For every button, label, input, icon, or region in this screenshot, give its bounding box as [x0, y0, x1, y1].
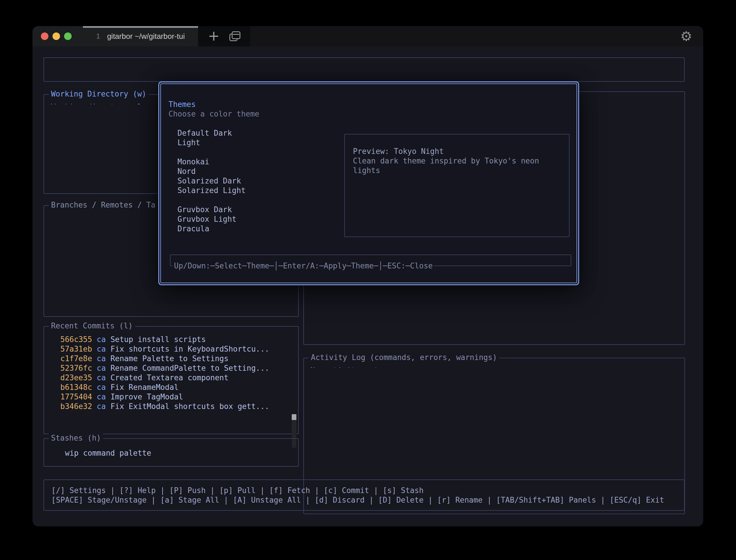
branches-title: Branches / Remotes / Ta	[49, 200, 158, 210]
commit-row[interactable]: c1f7e8ecaRename Palette to Settings	[44, 354, 298, 363]
commits-list: 566c355caSetup install scripts 57a31ebca…	[44, 327, 298, 411]
help-bar: [/] Settings | [?] Help | [P] Push | [p]…	[43, 479, 685, 511]
traffic-lights	[32, 26, 83, 46]
commit-message: Rename CommandPalette to Setting...	[106, 364, 269, 372]
spacer	[168, 119, 569, 128]
commit-message: Rename Palette to Settings	[106, 354, 228, 363]
commit-hash: 1775404	[60, 392, 92, 401]
new-tab-icon[interactable]: +	[208, 29, 219, 43]
recent-commits-panel[interactable]: Recent Commits (l) 566c355caSetup instal…	[43, 326, 299, 434]
help-line-1: [/] Settings | [?] Help | [P] Push | [p]…	[51, 486, 684, 495]
commit-row[interactable]: b61348ccaFix RenameModal	[44, 383, 298, 392]
commit-author: ca	[92, 392, 106, 401]
themes-modal: Themes Choose a color theme Default Dark…	[160, 83, 577, 283]
help-line-2: [SPACE] Stage/Unstage | [a] Stage All | …	[51, 495, 684, 505]
commit-message: Fix ExitModal shortcuts box gett...	[106, 402, 269, 411]
app-title-line: GitArbor v0.0.0 — main	[51, 60, 684, 69]
tab-actions: +	[198, 26, 250, 46]
terminal-tab[interactable]: 1 gitarbor ~/w/gitarbor-tui	[83, 26, 198, 46]
commits-scrollbar-thumb[interactable]	[292, 414, 296, 420]
commit-hash: d23ee35	[60, 373, 92, 382]
terminal-window: 1 gitarbor ~/w/gitarbor-tui + ⚙ GitArbor…	[32, 26, 703, 526]
commit-author: ca	[92, 402, 106, 411]
close-button[interactable]	[41, 32, 48, 40]
window-tabbar: 1 gitarbor ~/w/gitarbor-tui + ⚙	[32, 26, 703, 46]
stashes-title: Stashes (h)	[49, 433, 103, 443]
commit-author: ca	[92, 364, 106, 372]
commit-row[interactable]: b346e32caFix ExitModal shortcuts box get…	[44, 402, 298, 411]
commit-message: Fix shortcuts in KeyboardShortcu...	[106, 345, 269, 353]
app-tabs: 1. Main│2. History│3. Diff│4. Stash│5. R…	[51, 69, 684, 79]
stashes-panel[interactable]: Stashes (h) stash@{0}(main) wip command …	[43, 438, 299, 467]
commit-author: ca	[92, 373, 106, 382]
preview-status-tokens: StagedModifiedUntracked	[353, 175, 569, 185]
commit-author: ca	[92, 383, 106, 392]
activity-log-title: Activity Log (commands, errors, warnings…	[308, 353, 499, 362]
tabbar-spacer: ⚙	[250, 26, 703, 46]
commit-hash: 52376fc	[60, 364, 92, 372]
spacer	[353, 185, 569, 194]
commit-row[interactable]: 52376fccaRename CommandPalette to Settin…	[44, 363, 298, 373]
minimize-button[interactable]	[52, 32, 60, 40]
commit-author: ca	[92, 335, 106, 344]
preview-ui-tokens: PrimaryMutedInfo	[353, 223, 569, 233]
app-header-panel: GitArbor v0.0.0 — main 1. Main│2. Histor…	[43, 57, 685, 82]
preview-description-line2: lights	[353, 166, 569, 175]
commit-row[interactable]: 566c355caSetup install scripts	[44, 335, 298, 344]
commit-author: ca	[92, 345, 106, 353]
preview-description-line1: Clean dark theme inspired by Tokyo's neo…	[353, 156, 569, 166]
commit-hash: 57a31eb	[60, 345, 92, 353]
commit-hash: 566c355	[60, 335, 92, 344]
commit-row[interactable]: d23ee35caCreated Textarea component	[44, 373, 298, 383]
commit-hash: c1f7e8e	[60, 354, 92, 363]
commit-message: Setup install scripts	[106, 335, 206, 344]
commit-hash: b346e32	[60, 402, 92, 411]
working-directory-title: Working Directory (w)	[49, 89, 149, 99]
spacer	[353, 214, 569, 223]
theme-option-selected[interactable]: > Tokyo Night (active)	[168, 243, 569, 253]
preview-title: Preview: Tokyo Night	[353, 147, 569, 156]
themes-modal-title: Themes	[168, 100, 569, 109]
preview-diff-tokens: AddedDeleted	[353, 194, 569, 204]
settings-gear-icon[interactable]: ⚙	[680, 30, 692, 43]
preview-state-tokens: SuccessErrorWarning	[353, 204, 569, 214]
recent-commits-title: Recent Commits (l)	[49, 321, 135, 331]
commit-message: Fix RenameModal	[106, 383, 179, 392]
new-window-icon[interactable]	[229, 31, 240, 41]
commit-message: Improve TagModal	[106, 392, 183, 401]
themes-modal-subtitle: Choose a color theme	[168, 109, 569, 119]
new-window-icon-front	[232, 31, 240, 39]
stash-message: wip command palette	[44, 448, 298, 458]
commit-row[interactable]: 1775404caImprove TagModal	[44, 392, 298, 402]
terminal-content: GitArbor v0.0.0 — main 1. Main│2. Histor…	[32, 46, 703, 526]
commit-hash: b61348c	[60, 383, 92, 392]
zoom-button[interactable]	[64, 32, 72, 40]
commit-author: ca	[92, 354, 106, 363]
modal-shortcuts-text: Up/Down:─Select─Theme─│─Enter/A:─Apply─T…	[173, 261, 434, 271]
commit-message: Created Textarea component	[106, 373, 228, 382]
tab-title: gitarbor ~/w/gitarbor-tui	[107, 32, 185, 41]
theme-preview-panel: Preview: Tokyo Night Clean dark theme in…	[344, 134, 570, 237]
tab-index: 1	[96, 32, 100, 40]
modal-shortcuts-box: Up/Down:─Select─Theme─│─Enter/A:─Apply─T…	[170, 254, 571, 266]
commit-row[interactable]: 57a31ebcaFix shortcuts in KeyboardShortc…	[44, 344, 298, 354]
